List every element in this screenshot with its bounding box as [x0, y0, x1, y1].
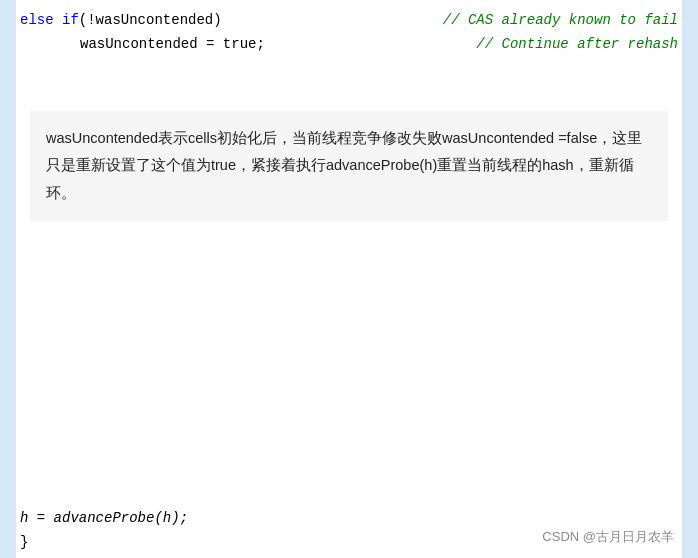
bottom-spacer	[0, 239, 698, 319]
statement: wasUncontended = true;	[80, 33, 265, 55]
code-line-1: else if (!wasUncontended) // CAS already…	[20, 8, 698, 32]
advance-probe-line: h = advanceProbe(h);	[20, 506, 698, 530]
left-bar	[0, 0, 16, 558]
comment-2: // Continue after rehash	[476, 33, 678, 55]
comment-1: // CAS already known to fail	[443, 9, 678, 31]
advance-probe-stmt: h = advanceProbe(h);	[20, 507, 188, 529]
code-line-2: wasUncontended = true; // Continue after…	[20, 32, 698, 56]
right-bar	[682, 0, 698, 558]
bottom-code-area: h = advanceProbe(h);	[0, 506, 698, 530]
annotation-box: wasUncontended表示cells初始化后，当前线程竞争修改失败wasU…	[30, 111, 668, 222]
code-area: else if (!wasUncontended) // CAS already…	[0, 0, 698, 558]
annotation-text: wasUncontended表示cells初始化后，当前线程竞争修改失败wasU…	[46, 125, 652, 208]
keyword-else-if: else if	[20, 9, 79, 31]
top-code-block: else if (!wasUncontended) // CAS already…	[0, 0, 698, 63]
condition: (!wasUncontended)	[79, 9, 222, 31]
watermark: CSDN @古月日月农羊	[542, 528, 674, 546]
closing-brace: }	[20, 534, 28, 550]
